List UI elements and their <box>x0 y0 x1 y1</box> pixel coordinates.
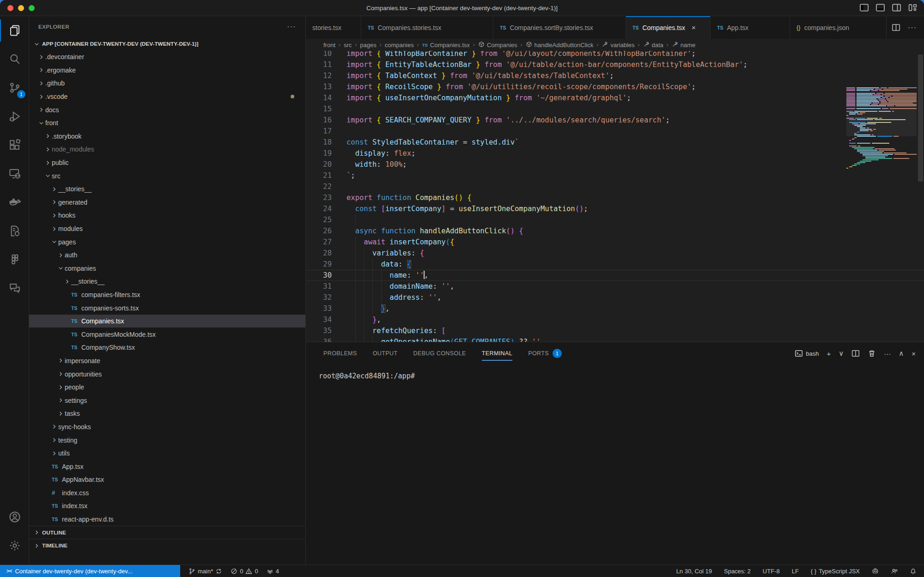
tree-file-CompanyShow.tsx[interactable]: TSCompanyShow.tsx <box>29 341 305 354</box>
panel-tab-terminal[interactable]: TERMINAL <box>482 342 512 364</box>
tree-folder-front[interactable]: front <box>29 116 305 130</box>
outline-section[interactable]: OUTLINE <box>29 526 305 539</box>
code-line-21[interactable]: 21`; <box>306 170 924 181</box>
language-mode[interactable]: { }TypeScript JSX <box>811 568 860 575</box>
split-editor-icon[interactable] <box>892 23 900 32</box>
code-line-30[interactable]: 30 name: '', <box>306 270 924 281</box>
code-line-18[interactable]: 18const StyledTableContainer = styled.di… <box>306 137 924 148</box>
tree-folder-.storybook[interactable]: .storybook <box>29 130 305 143</box>
source-control-icon[interactable]: 1 <box>0 73 29 102</box>
tree-file-react-app-env.d.ts[interactable]: TSreact-app-env.d.ts <box>29 513 305 526</box>
cursor-position[interactable]: Ln 30, Col 19 <box>676 568 712 575</box>
tree-folder-pages[interactable]: pages <box>29 235 305 249</box>
tree-folder-public[interactable]: public <box>29 156 305 170</box>
tree-file-CompaniesMockMode.tsx[interactable]: TSCompaniesMockMode.tsx <box>29 328 305 341</box>
code-line-24[interactable]: 24 const [insertCompany] = useInsertOneC… <box>306 203 924 214</box>
tree-folder-src[interactable]: src <box>29 169 305 182</box>
run-debug-icon[interactable] <box>0 102 29 131</box>
tree-folder-auth[interactable]: auth <box>29 249 305 262</box>
code-line-33[interactable]: 33 }, <box>306 303 924 314</box>
workspace-section-header[interactable]: APP [CONTAINER DEV-TWENTY-DEV (DEV-TWENT… <box>29 37 305 50</box>
editor-more-actions-icon[interactable]: ··· <box>908 24 917 32</box>
tree-file-companies-sorts.tsx[interactable]: TScompanies-sorts.tsx <box>29 301 305 315</box>
breadcrumb-item-name[interactable]: name <box>672 41 696 49</box>
tree-file-Companies.tsx[interactable]: TSCompanies.tsx <box>29 315 305 328</box>
tree-folder-generated[interactable]: generated <box>29 196 305 209</box>
feedback-icon[interactable] <box>891 568 898 575</box>
split-terminal-icon[interactable] <box>851 349 860 358</box>
close-panel-icon[interactable]: × <box>912 350 916 358</box>
breadcrumb-item-pages[interactable]: pages <box>360 42 376 49</box>
tree-folder-.github[interactable]: .github <box>29 77 305 90</box>
tree-folder-hooks[interactable]: hooks <box>29 209 305 222</box>
close-tab-icon[interactable]: × <box>692 24 696 31</box>
code-line-29[interactable]: 29 data: { <box>306 259 924 270</box>
notifications-bell-icon[interactable] <box>910 568 917 575</box>
code-editor[interactable]: 10import { WithTopBarContainer } from '@… <box>306 51 924 342</box>
tree-file-AppNavbar.tsx[interactable]: TSAppNavbar.tsx <box>29 473 305 486</box>
panel-more-actions-icon[interactable]: ··· <box>884 350 891 358</box>
tree-folder-node_modules[interactable]: node_modules <box>29 143 305 156</box>
minimize-window-button[interactable] <box>18 5 24 11</box>
panel-tab-problems[interactable]: PROBLEMS <box>323 342 357 364</box>
tree-file-index.css[interactable]: #index.css <box>29 486 305 500</box>
tab-Companies.tsx[interactable]: TSCompanies.tsx× <box>626 16 711 39</box>
code-line-15[interactable]: 15 <box>306 103 924 115</box>
tab-App.tsx[interactable]: TSApp.tsx <box>711 16 790 39</box>
code-line-25[interactable]: 25 <box>306 214 924 225</box>
explorer-more-actions-icon[interactable]: ··· <box>287 22 296 31</box>
tree-folder-testing[interactable]: testing <box>29 433 305 447</box>
account-icon[interactable] <box>0 503 29 531</box>
tree-folder-__stories__[interactable]: __stories__ <box>29 182 305 196</box>
toggle-sidebar-icon[interactable] <box>859 3 869 12</box>
code-line-20[interactable]: 20 width: 100%; <box>306 159 924 170</box>
tab-Companies.stories.tsx[interactable]: TSCompanies.stories.tsx <box>361 16 493 39</box>
code-line-16[interactable]: 16import { SEARCH_COMPANY_QUERY } from '… <box>306 115 924 126</box>
code-line-23[interactable]: 23export function Companies() { <box>306 192 924 203</box>
tree-folder-sync-hooks[interactable]: sync-hooks <box>29 420 305 434</box>
tab-Companies.sortBy.stories.tsx[interactable]: TSCompanies.sortBy.stories.tsx <box>493 16 626 39</box>
code-line-34[interactable]: 34 }, <box>306 314 924 325</box>
remote-indicator[interactable]: >< Container dev-twenty-dev (dev-twenty-… <box>0 565 180 577</box>
zoom-window-button[interactable] <box>29 5 35 11</box>
tab-stories.tsx[interactable]: stories.tsx <box>306 16 361 39</box>
tree-file-companies-filters.tsx[interactable]: TScompanies-filters.tsx <box>29 288 305 302</box>
kill-terminal-trash-icon[interactable] <box>868 349 876 358</box>
panel-tab-ports[interactable]: PORTS1 <box>528 342 562 364</box>
breadcrumb-item-variables[interactable]: variables <box>602 41 634 49</box>
code-line-36[interactable]: 36 getOperationName(GET_COMPANIES) ?? ''… <box>306 336 924 342</box>
breadcrumb-item-Companies.tsx[interactable]: TSCompanies.tsx <box>422 42 470 49</box>
code-line-12[interactable]: 12import { TableContext } from '@/ui/tab… <box>306 70 924 81</box>
code-line-14[interactable]: 14import { useInsertOneCompanyMutation }… <box>306 92 924 103</box>
code-line-17[interactable]: 17 <box>306 126 924 137</box>
tree-folder-companies[interactable]: companies <box>29 262 305 275</box>
timeline-section[interactable]: TIMELINE <box>29 539 305 552</box>
code-line-28[interactable]: 28 variables: { <box>306 248 924 259</box>
extensions-icon[interactable] <box>0 131 29 159</box>
shell-selector[interactable]: bash <box>795 349 819 358</box>
panel-tab-debug-console[interactable]: DEBUG CONSOLE <box>413 342 466 364</box>
breadcrumb-item-Companies[interactable]: Companies <box>478 41 517 49</box>
docker-icon[interactable] <box>0 188 29 217</box>
maximize-panel-icon[interactable]: ∧ <box>899 349 904 358</box>
breadcrumb-item-src[interactable]: src <box>344 42 352 49</box>
search-icon[interactable] <box>0 45 29 73</box>
tree-folder-opportunities[interactable]: opportunities <box>29 367 305 381</box>
code-line-22[interactable]: 22 <box>306 181 924 192</box>
panel-tab-output[interactable]: OUTPUT <box>373 342 398 364</box>
eol-setting[interactable]: LF <box>792 568 799 575</box>
code-line-26[interactable]: 26 async function handleAddButtonClick()… <box>306 225 924 237</box>
code-line-11[interactable]: 11import { EntityTableActionBar } from '… <box>306 59 924 70</box>
breadcrumb-item-data[interactable]: data <box>643 41 663 49</box>
tree-folder-docs[interactable]: docs <box>29 103 305 116</box>
terminal[interactable]: root@0a42ecd84891:/app# <box>306 364 415 380</box>
comments-icon[interactable] <box>0 274 29 303</box>
breadcrumb-item-front[interactable]: front <box>323 42 335 49</box>
figma-icon[interactable] <box>0 245 29 274</box>
tree-folder-settings[interactable]: settings <box>29 394 305 407</box>
tree-folder-.vscode[interactable]: .vscode <box>29 90 305 103</box>
code-line-13[interactable]: 13import { RecoilScope } from '@/ui/util… <box>306 81 924 92</box>
tree-file-App.tsx[interactable]: TSApp.tsx <box>29 460 305 473</box>
code-line-27[interactable]: 27 await insertCompany({ <box>306 237 924 248</box>
code-line-31[interactable]: 31 domainName: '', <box>306 281 924 292</box>
